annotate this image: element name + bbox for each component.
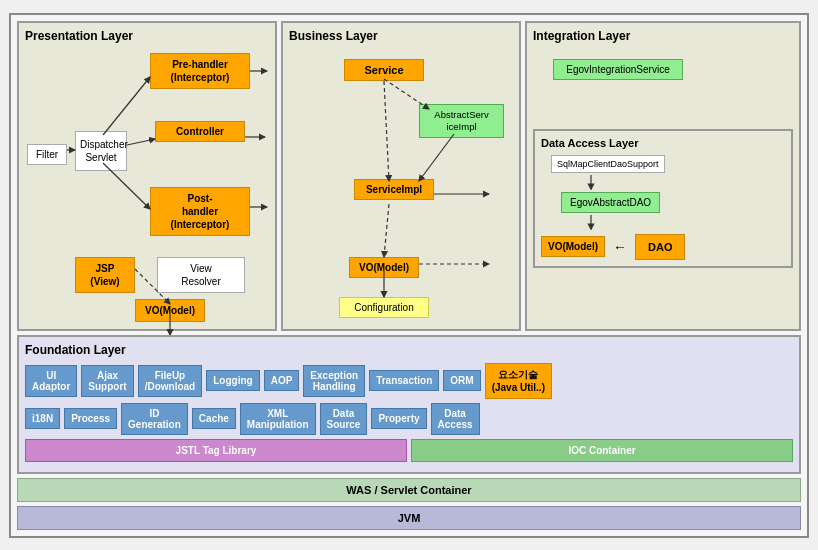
- dao-box: DAO: [635, 234, 685, 260]
- presentation-title: Presentation Layer: [25, 29, 269, 43]
- foundation-title: Foundation Layer: [25, 343, 793, 357]
- business-layer: Business Layer Service AbstractServiceIm…: [281, 21, 521, 331]
- data-source: DataSource: [320, 403, 368, 435]
- jvm-box: JVM: [17, 506, 801, 530]
- arrow-down-1: [581, 175, 601, 190]
- egovintegration-box: EgovIntegrationService: [553, 59, 683, 80]
- logging: Logging: [206, 370, 259, 391]
- integ-vomodel-box: VO(Model): [541, 236, 605, 257]
- service-box: Service: [344, 59, 424, 81]
- transaction: Transaction: [369, 370, 439, 391]
- top-layers: Presentation Layer Filter DispatcherServ…: [17, 21, 801, 331]
- svg-line-2: [127, 139, 155, 145]
- integration-content: EgovIntegrationService Data Access Layer…: [533, 49, 793, 314]
- posthandler-box: Post-handler(Interceptor): [150, 187, 250, 236]
- ajax-support: AjaxSupport: [81, 365, 133, 397]
- cache: Cache: [192, 408, 236, 429]
- filter-box: Filter: [27, 144, 67, 165]
- jsp-box: JSP(View): [75, 257, 135, 293]
- svg-line-12: [384, 204, 389, 257]
- dispatcher-box: DispatcherServlet: [75, 131, 127, 171]
- id-generation: IDGeneration: [121, 403, 188, 435]
- svg-line-11: [384, 81, 389, 181]
- controller-box: Controller: [155, 121, 245, 142]
- svg-line-10: [419, 134, 454, 181]
- jstl-tag-library: JSTL Tag Library: [25, 439, 407, 462]
- business-title: Business Layer: [289, 29, 513, 43]
- aop: AOP: [264, 370, 300, 391]
- ui-adaptor: UIAdaptor: [25, 365, 77, 397]
- svg-line-1: [103, 77, 150, 135]
- biz-vomodel-box: VO(Model): [349, 257, 419, 278]
- foundation-row-3: JSTL Tag Library IOC Container: [25, 439, 793, 462]
- presentation-content: Filter DispatcherServlet Pre-handler(Int…: [25, 49, 269, 314]
- ioc-container: IOC Container: [411, 439, 793, 462]
- sqlmap-box: SqlMapClientDaoSupport: [551, 155, 665, 173]
- data-access: DataAccess: [431, 403, 480, 435]
- orm: ORM: [443, 370, 480, 391]
- xml-manipulation: XMLManipulation: [240, 403, 316, 435]
- fileup-download: FileUp/Download: [138, 365, 203, 397]
- serviceimpl-box: ServiceImpl: [354, 179, 434, 200]
- process: Process: [64, 408, 117, 429]
- biz-config-box: Configuration: [339, 297, 429, 318]
- i18n: i18N: [25, 408, 60, 429]
- abstractservice-box: AbstractServiceImpl: [419, 104, 504, 139]
- arrow-down-2: [581, 215, 601, 230]
- main-container: Presentation Layer Filter DispatcherServ…: [9, 13, 809, 538]
- integration-layer-box: Integration Layer EgovIntegrationService…: [525, 21, 801, 331]
- business-content: Service AbstractServiceImpl ServiceImpl …: [289, 49, 513, 314]
- integration-title: Integration Layer: [533, 29, 793, 43]
- left-arrow: ←: [613, 239, 627, 255]
- data-access-title: Data Access Layer: [541, 137, 785, 149]
- egovabstract-box: EgovAbstractDAO: [561, 192, 660, 213]
- presentation-layer: Presentation Layer Filter DispatcherServ…: [17, 21, 277, 331]
- exception-handling: ExceptionHandling: [303, 365, 365, 397]
- foundation-layer: Foundation Layer UIAdaptor AjaxSupport F…: [17, 335, 801, 474]
- data-access-layer: Data Access Layer SqlMapClientDaoSupport…: [533, 129, 793, 268]
- java-util: 요소기술(Java Util..): [485, 363, 552, 399]
- was-box: WAS / Servlet Container: [17, 478, 801, 502]
- foundation-row-1: UIAdaptor AjaxSupport FileUp/Download Lo…: [25, 363, 793, 399]
- property: Property: [371, 408, 426, 429]
- viewresolver-box: ViewResolver: [157, 257, 245, 293]
- foundation-row-2: i18N Process IDGeneration Cache XMLManip…: [25, 403, 793, 435]
- prehandler-box: Pre-handler(Interceptor): [150, 53, 250, 89]
- pres-vomodel-box: VO(Model): [135, 299, 205, 322]
